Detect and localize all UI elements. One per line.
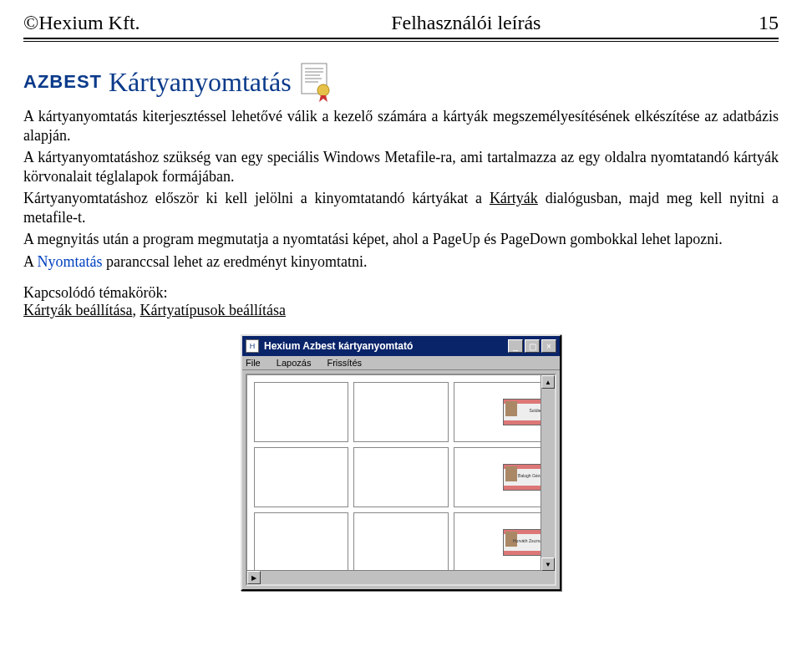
paragraph-5a: A — [23, 253, 38, 270]
window-title: Hexium Azbest kártyanyomtató — [264, 340, 506, 352]
scroll-right-button[interactable]: ▶ — [247, 571, 261, 584]
app-window: H Hexium Azbest kártyanyomtató _ ▢ × Fil… — [241, 334, 561, 591]
link-kartyak-beallitasa[interactable]: Kártyák beállítása — [23, 302, 132, 318]
vertical-scrollbar[interactable]: ▲ ▼ — [541, 375, 555, 571]
paragraph-4: A megnyitás után a program megmutatja a … — [23, 230, 779, 249]
related-topics: Kapcsolódó témakörök: Kártyák beállítása… — [23, 284, 779, 319]
header-rule-thin — [23, 41, 779, 42]
header-title: Felhasználói leírás — [391, 12, 541, 34]
paragraph-5c: paranccsal lehet az eredményt kinyomtatn… — [103, 253, 368, 270]
card-slot: Soldier — [454, 382, 548, 442]
menubar: File Lapozás Frissítés — [242, 356, 560, 370]
card-slot — [353, 512, 448, 573]
brand-logo-text: AZBEST — [23, 71, 102, 93]
paragraph-2: A kártyanyomtatáshoz szükség van egy spe… — [23, 148, 779, 186]
scroll-up-button[interactable]: ▲ — [541, 375, 555, 389]
cards-grid: SoldierBalogh GézaHorváth Zsuzsa — [247, 375, 555, 579]
paragraph-3: Kártyanyomtatáshoz először ki kell jelöl… — [23, 189, 779, 227]
horizontal-scrollbar[interactable]: ◀ ▶ — [247, 570, 541, 584]
header-copyright: ©Hexium Kft. — [23, 12, 140, 34]
app-icon: H — [246, 339, 259, 353]
card-preview: Balogh Géza — [503, 464, 545, 491]
card-preview: Soldier — [503, 399, 545, 425]
scroll-corner — [541, 571, 555, 584]
scroll-down-button[interactable]: ▼ — [541, 557, 555, 571]
titlebar[interactable]: H Hexium Azbest kártyanyomtató _ ▢ × — [242, 336, 560, 356]
paragraph-5: A Nyomtatás paranccsal lehet az eredmény… — [23, 252, 779, 272]
certificate-icon — [298, 62, 333, 102]
card-preview: Horváth Zsuzsa — [503, 529, 545, 556]
paragraph-1: A kártyanyomtatás kiterjesztéssel lehető… — [23, 107, 779, 145]
related-heading: Kapcsolódó témakörök: — [23, 284, 779, 302]
link-kartyak[interactable]: Kártyák — [490, 190, 538, 206]
menu-frissites[interactable]: Frissítés — [327, 358, 362, 368]
card-slot: Balogh Géza — [454, 447, 548, 507]
card-slot: Horváth Zsuzsa — [454, 512, 548, 573]
header-rule-thick — [23, 38, 779, 39]
link-kartyatipusok-beallitasa[interactable]: Kártyatípusok beállítása — [140, 302, 285, 318]
card-slot — [254, 382, 348, 442]
card-slot — [353, 447, 448, 507]
card-name: Balogh Géza — [518, 473, 542, 478]
section-title: AZBEST Kártyanyomtatás — [23, 62, 779, 102]
page-header: ©Hexium Kft. Felhasználói leírás 15 — [23, 12, 779, 34]
card-slot — [254, 447, 348, 507]
card-slot — [353, 382, 448, 442]
card-name: Horváth Zsuzsa — [513, 538, 542, 543]
menu-lapozas[interactable]: Lapozás — [277, 358, 312, 368]
section-title-text: Kártyanyomtatás — [109, 67, 292, 98]
card-slot — [254, 512, 348, 573]
client-area: SoldierBalogh GézaHorváth Zsuzsa ▲ ▼ ◀ ▶ — [246, 374, 556, 586]
command-nyomtatas: Nyomtatás — [38, 253, 103, 270]
svg-point-6 — [317, 84, 329, 96]
header-page-number: 15 — [759, 12, 779, 34]
maximize-button[interactable]: ▢ — [525, 339, 540, 353]
related-links: Kártyák beállítása, Kártyatípusok beállí… — [23, 302, 779, 319]
paragraph-3a: Kártyanyomtatáshoz először ki kell jelöl… — [23, 190, 490, 206]
minimize-button[interactable]: _ — [508, 339, 523, 353]
close-button[interactable]: × — [541, 339, 556, 353]
menu-file[interactable]: File — [246, 358, 261, 368]
